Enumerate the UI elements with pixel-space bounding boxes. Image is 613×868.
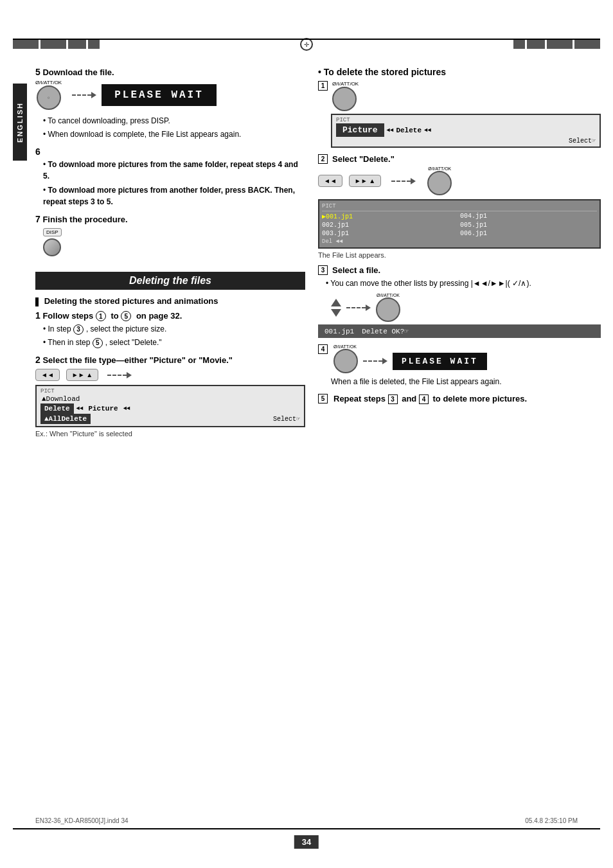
ok-button[interactable]: ○ xyxy=(37,85,61,110)
substep1-ok-button[interactable] xyxy=(332,87,357,111)
cross-icon: ✛ xyxy=(304,41,309,48)
nav-right-button[interactable]: ►► ▲ xyxy=(66,369,98,381)
step5-button-label: Ø/I/ATT/OK xyxy=(35,80,62,85)
substep2-ok-button[interactable] xyxy=(427,171,452,195)
step3-heading: • To delete the stored pictures xyxy=(318,67,601,77)
delete-step1-bullet2: • Then in step 5, select "Delete." xyxy=(43,337,305,348)
down-arrow-icon[interactable] xyxy=(331,309,341,317)
substep4-btn-label: Ø/I/ATT/OK xyxy=(333,344,487,349)
english-tab-label: ENGLISH xyxy=(16,102,24,143)
footer-left: EN32-36_KD-AR8500[J].indd 34 xyxy=(35,817,129,824)
subsection-bar-icon xyxy=(35,297,39,306)
step5-screen: Ø/I/ATT/OK ○ PLEASE WAIT xyxy=(35,80,305,110)
right-substep3: 3 Select a file. • You can move the othe… xyxy=(318,265,601,338)
header-block xyxy=(513,40,525,49)
step5-arrow xyxy=(72,89,96,101)
header-block xyxy=(68,40,86,49)
substep4-bullet: When a file is deleted, the File List ap… xyxy=(331,376,601,387)
menu-row-download: ▲Download xyxy=(40,394,300,403)
delete-step1-bullet1: • In step 3, select the picture size. xyxy=(43,323,305,335)
header-block xyxy=(574,40,600,49)
step5-section: 5 Download the file. Ø/I/ATT/OK ○ PLEASE… xyxy=(35,67,305,140)
step6-section: 6 • To download more pictures from the s… xyxy=(35,146,305,208)
page-border-top xyxy=(13,39,600,40)
step7-disp-button: DISP xyxy=(43,228,62,256)
right-substep4: 4 Ø/I/ATT/OK PLEASE WAIT When a file is … xyxy=(318,344,601,387)
step5-heading: 5 Download the file. xyxy=(35,67,305,77)
delete-step2-heading: 2 Select the file type—either "Picture" … xyxy=(35,355,305,365)
page-number: 34 xyxy=(294,835,319,849)
substep3-bullet: • You can move the other lists by pressi… xyxy=(326,278,601,289)
section-divider-deleting: Deleting the files xyxy=(35,272,305,290)
delete-step2: 2 Select the file type—either "Picture" … xyxy=(35,355,305,438)
step5-bullet2: • When download is complete, the File Li… xyxy=(43,128,305,140)
substep2-nav-right[interactable]: ►► ▲ xyxy=(349,175,381,187)
file-item[interactable]: 003.jp1 xyxy=(322,230,459,237)
header-bar: ✛ xyxy=(13,39,600,50)
substep4-btn-area: Ø/I/ATT/OK PLEASE WAIT xyxy=(333,344,487,373)
substep3-ok-button[interactable] xyxy=(376,297,400,322)
header-center-symbol: ✛ xyxy=(300,38,313,51)
delete-step1-heading: 1 Follow steps 1 to 5 on page 32. xyxy=(35,310,305,322)
footer-right: 05.4.8 2:35:10 PM xyxy=(525,817,578,824)
step5-bullet1: • To cancel downloading, press DISP. xyxy=(43,115,305,127)
substep4-screen: PLEASE WAIT xyxy=(393,353,487,370)
substep1-screen xyxy=(332,87,359,111)
substep3-ok-area: Ø/I/ATT/OK xyxy=(376,293,400,322)
please-wait-screen: PLEASE WAIT xyxy=(102,84,217,106)
substep1-select: Select☞ xyxy=(336,137,596,145)
step6-heading: 6 xyxy=(35,146,305,157)
substep1-menu: PICT Picture ◄◄ Delete ◄◄ Select☞ xyxy=(331,114,601,148)
substep3-title: Select a file. xyxy=(332,265,380,275)
header-block xyxy=(547,40,573,49)
substep2-nav-left[interactable]: ◄◄ xyxy=(318,175,342,187)
file-item[interactable]: 002.jp1 xyxy=(322,222,459,229)
nav-left-button[interactable]: ◄◄ xyxy=(35,369,60,381)
page-border-bottom xyxy=(13,828,600,829)
header-blocks-left xyxy=(13,40,300,49)
step6-bullet2: • To download more pictures from another… xyxy=(43,184,305,208)
disp-circle[interactable] xyxy=(43,238,61,256)
menu-row-alldelete: ▲AllDelete Select☞ xyxy=(40,414,300,424)
left-column: 5 Download the file. Ø/I/ATT/OK ○ PLEASE… xyxy=(35,64,305,439)
right-substep5: 5 Repeat steps 3 and 4 to delete more pi… xyxy=(318,394,601,404)
substep3-controls: Ø/I/ATT/OK xyxy=(331,293,601,322)
right-column: • To delete the stored pictures 1 Ø/I/AT… xyxy=(318,64,601,411)
nav-dashes xyxy=(107,369,132,381)
file-item[interactable]: 005.jp1 xyxy=(460,222,597,229)
substep4-ok-button[interactable] xyxy=(333,349,358,373)
header-blocks-right xyxy=(313,40,600,49)
header-block xyxy=(13,40,39,49)
step7-heading: 7 Finish the procedure. xyxy=(35,214,305,224)
step5-button-area: Ø/I/ATT/OK ○ xyxy=(35,80,62,110)
right-substep2: 2 Select "Delete." ◄◄ ►► ▲ Ø/I/ATT/OK PI… xyxy=(318,154,601,259)
delete-step2-nav: ◄◄ ►► ▲ xyxy=(35,369,305,381)
del-label: Del ◄◄ xyxy=(322,238,597,245)
header-block xyxy=(527,40,545,49)
substep2-file-list: PICT ▶001.jp1 004.jp1 002.jp1 005.jp1 00… xyxy=(318,199,601,249)
delete-step2-caption: Ex.: When "Picture" is selected xyxy=(35,430,305,438)
step6-bullet1: • To download more pictures from the sam… xyxy=(43,159,305,182)
delete-step1: 1 Follow steps 1 to 5 on page 32. • In s… xyxy=(35,310,305,349)
header-block xyxy=(40,40,66,49)
header-block xyxy=(88,40,100,49)
menu-row-delete: Delete ◄◄ Picture ◄◄ xyxy=(40,403,300,414)
substep2-nav: ◄◄ ►► ▲ Ø/I/ATT/OK xyxy=(318,166,601,195)
step7-section: 7 Finish the procedure. DISP xyxy=(35,214,305,260)
file-item[interactable]: 006.jp1 xyxy=(460,230,597,237)
substep2-caption: The File List appears. xyxy=(318,251,601,259)
substep3-delete-ok: 001.jp1 Delete OK?☞ xyxy=(318,324,601,338)
right-substep1: 1 Ø/I/ATT/OK PICT Picture ◄◄ Delete ◄◄ S… xyxy=(318,81,601,148)
substep2-title: Select "Delete." xyxy=(332,154,395,164)
footer: EN32-36_KD-AR8500[J].indd 34 05.4.8 2:35… xyxy=(35,817,578,824)
file-item[interactable]: 004.jp1 xyxy=(460,213,597,220)
up-arrow-icon[interactable] xyxy=(331,299,341,306)
english-tab: ENGLISH xyxy=(13,84,27,161)
substep1-content: Ø/I/ATT/OK xyxy=(330,81,359,111)
substep1-button-label: Ø/I/ATT/OK xyxy=(332,81,359,87)
substep2-big-btn: Ø/I/ATT/OK xyxy=(427,166,452,195)
delete-step2-menu: PICT ▲Download Delete ◄◄ Picture ◄◄ ▲All… xyxy=(35,385,305,427)
subsection-title: Deleting the stored pictures and animati… xyxy=(35,296,305,306)
file-item[interactable]: ▶001.jp1 xyxy=(322,213,459,220)
substep3-updown xyxy=(331,299,341,317)
